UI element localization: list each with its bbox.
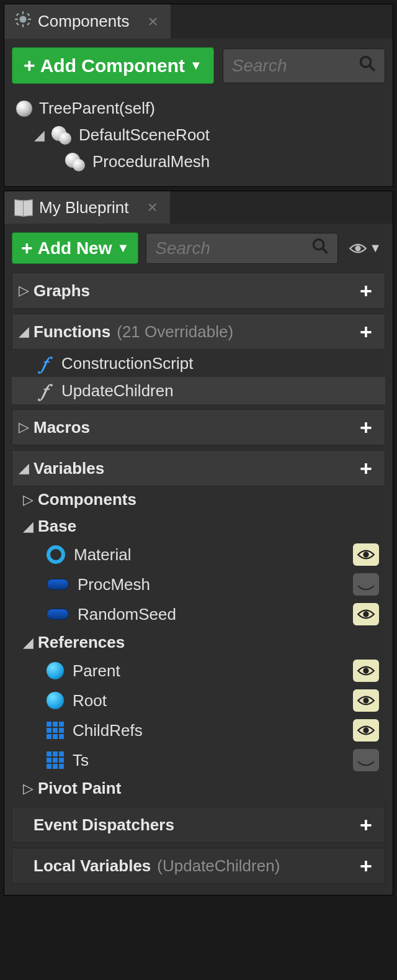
blueprint-search[interactable]	[146, 233, 338, 264]
variable-label: Parent	[73, 661, 120, 681]
add-function-button[interactable]: +	[354, 319, 378, 344]
var-group-base[interactable]: ◢ Base	[12, 513, 385, 540]
visibility-toggle[interactable]	[353, 603, 379, 625]
visibility-toggle[interactable]	[353, 749, 379, 771]
blueprint-toolbar: + Add New ▼ ▼	[12, 232, 385, 268]
expand-icon[interactable]: ▷	[23, 781, 38, 797]
components-search-input[interactable]	[232, 56, 359, 76]
search-icon	[311, 237, 329, 259]
add-macro-button[interactable]: +	[354, 415, 378, 440]
variable-childrefs[interactable]: ChildRefs	[12, 715, 385, 745]
svg-rect-2	[22, 24, 24, 27]
variable-label: Material	[74, 545, 131, 565]
svg-point-18	[363, 727, 368, 733]
svg-rect-8	[27, 22, 30, 25]
scene-component-icon	[51, 126, 73, 145]
group-title: Pivot Paint	[38, 779, 121, 798]
variable-ts[interactable]: Ts	[12, 745, 385, 775]
section-title: Graphs	[33, 281, 90, 301]
function-update-children[interactable]: 𝑓 UpdateChildren	[12, 377, 385, 404]
view-options-button[interactable]: ▼	[346, 238, 385, 258]
variable-root[interactable]: Root	[12, 686, 385, 715]
visibility-toggle[interactable]	[353, 660, 379, 682]
var-group-pivot-paint[interactable]: ▷ Pivot Paint	[12, 775, 385, 802]
svg-rect-5	[16, 13, 19, 16]
visibility-toggle[interactable]	[353, 719, 379, 742]
book-icon	[14, 200, 33, 215]
collapse-icon[interactable]: ◢	[19, 324, 33, 340]
material-icon	[47, 545, 65, 564]
gear-icon	[14, 11, 32, 32]
variable-randomseed[interactable]: RandomSeed	[12, 599, 385, 629]
actor-icon	[16, 100, 33, 117]
var-group-components[interactable]: ▷ Components	[12, 486, 385, 513]
variable-label: ChildRefs	[73, 721, 143, 740]
chevron-down-icon: ▼	[369, 241, 381, 255]
tree-row-procedural-mesh[interactable]: ProceduralMesh	[12, 148, 385, 175]
visibility-toggle[interactable]	[353, 573, 379, 596]
collapse-icon[interactable]: ◢	[19, 460, 33, 476]
blueprint-search-input[interactable]	[155, 238, 311, 258]
collapse-icon[interactable]: ◢	[23, 519, 38, 535]
section-macros[interactable]: ▷ Macros +	[12, 409, 385, 445]
close-icon[interactable]: ×	[148, 197, 158, 217]
section-suffix: (UpdateChildren)	[157, 856, 280, 876]
add-graph-button[interactable]: +	[354, 278, 378, 303]
components-panel: Components × + Add Component ▼ TreeParen…	[4, 4, 393, 187]
section-graphs[interactable]: ▷ Graphs +	[12, 273, 385, 309]
add-component-label: Add Component	[40, 55, 185, 76]
collapse-icon[interactable]: ◢	[23, 635, 38, 651]
function-label: UpdateChildren	[61, 381, 174, 401]
add-new-label: Add New	[38, 238, 112, 258]
tree-row-scene-root[interactable]: ◢ DefaultSceneRoot	[12, 122, 385, 148]
variable-label: ProcMesh	[78, 575, 150, 594]
expand-icon[interactable]: ▷	[23, 492, 38, 508]
section-suffix: (21 Overridable)	[117, 322, 233, 342]
tree-row-self[interactable]: TreeParent(self)	[12, 95, 385, 122]
variable-procmesh[interactable]: ProcMesh	[12, 569, 385, 599]
variable-label: Ts	[73, 751, 89, 770]
tree-label: TreeParent(self)	[39, 99, 155, 118]
blueprint-tab-label: My Blueprint	[39, 198, 129, 217]
svg-point-16	[363, 668, 368, 673]
object-icon	[47, 662, 64, 679]
array-icon	[47, 751, 64, 769]
function-icon: 𝑓	[34, 381, 54, 401]
components-tab[interactable]: Components ×	[4, 4, 171, 39]
add-variable-button[interactable]: +	[354, 456, 378, 481]
section-functions[interactable]: ◢ Functions (21 Overridable) +	[12, 314, 385, 350]
components-tab-bar: Components ×	[4, 4, 393, 39]
variable-material[interactable]: Material	[12, 540, 385, 569]
add-local-variable-button[interactable]: +	[354, 853, 378, 878]
section-event-dispatchers[interactable]: ▷ Event Dispatchers +	[12, 807, 385, 843]
add-new-button[interactable]: + Add New ▼	[12, 232, 138, 264]
expand-icon[interactable]: ▷	[19, 283, 33, 299]
add-event-dispatcher-button[interactable]: +	[354, 812, 378, 837]
scene-component-icon	[65, 153, 86, 171]
chevron-down-icon: ▼	[117, 241, 129, 255]
svg-point-0	[19, 16, 27, 23]
components-tab-label: Components	[38, 12, 129, 31]
expand-icon[interactable]: ▷	[19, 419, 33, 435]
blueprint-tab-bar: My Blueprint ×	[4, 191, 393, 224]
add-component-button[interactable]: + Add Component ▼	[12, 47, 214, 84]
svg-rect-4	[28, 19, 31, 20]
chevron-down-icon: ▼	[190, 58, 202, 73]
expand-icon[interactable]: ◢	[33, 127, 45, 143]
array-icon	[47, 722, 64, 739]
eye-icon	[349, 242, 367, 255]
section-title: Event Dispatchers	[33, 815, 174, 835]
blueprint-tab[interactable]: My Blueprint ×	[4, 191, 170, 224]
section-variables[interactable]: ◢ Variables +	[12, 450, 385, 486]
function-construction-script[interactable]: 𝑓 ConstructionScript	[12, 350, 385, 377]
visibility-toggle[interactable]	[353, 543, 379, 566]
var-group-references[interactable]: ◢ References	[12, 629, 385, 656]
visibility-toggle[interactable]	[353, 689, 379, 712]
svg-point-15	[363, 611, 368, 617]
section-local-variables[interactable]: ▷ Local Variables (UpdateChildren) +	[12, 848, 385, 884]
variable-parent[interactable]: Parent	[12, 656, 385, 686]
variable-label: RandomSeed	[78, 605, 176, 624]
components-search[interactable]	[223, 48, 385, 83]
group-title: Base	[38, 517, 76, 536]
close-icon[interactable]: ×	[148, 12, 158, 32]
